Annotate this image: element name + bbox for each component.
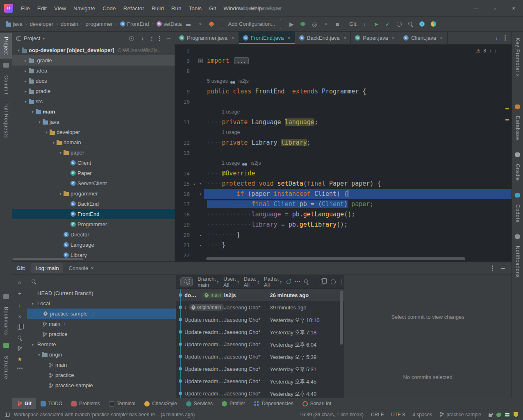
paths-filter[interactable]: Paths: All▴▾ <box>264 276 282 288</box>
git-push-icon[interactable]: ➤ <box>371 19 382 29</box>
stop-icon[interactable]: ■ <box>332 19 343 29</box>
tool-window-button-sonarlint[interactable]: SonarLint <box>298 398 336 409</box>
menu-run[interactable]: Run <box>168 3 185 14</box>
code-line[interactable]: 3+import ... <box>175 56 512 66</box>
leaf-icon[interactable] <box>496 413 501 417</box>
sidebar-item-pull-requests[interactable]: Pull Requests <box>0 99 12 142</box>
code-text[interactable]: ············language = pb.getLanguage(); <box>204 209 512 220</box>
git-tab-console[interactable]: Console× <box>64 263 98 273</box>
code-line[interactable]: 20▴········} <box>175 230 512 240</box>
editor-gutter[interactable]: 18 <box>175 209 204 220</box>
editor-gutter[interactable] <box>175 76 204 86</box>
minimize-button[interactable]: – <box>466 0 485 16</box>
usages-hint[interactable]: 5 usages <box>207 76 228 86</box>
code-line[interactable]: 9public class FrontEnd extends Programme… <box>175 86 512 97</box>
editor-gutter[interactable]: 13 <box>175 148 204 158</box>
layout-icon[interactable] <box>5 413 10 417</box>
breadcrumb-item-java[interactable]: java <box>5 21 23 27</box>
author-hint[interactable]: is2js <box>239 76 249 86</box>
editor-gutter[interactable] <box>175 107 204 117</box>
inlay-hint-row[interactable]: 1 usage <box>175 127 512 138</box>
coverage-icon[interactable]: ◎ <box>309 19 320 29</box>
branch-ref-chip[interactable]: main <box>202 292 224 298</box>
more-icon[interactable] <box>19 368 20 369</box>
commit-row[interactable]: docs(reamde): updatemainis2js26 minutes … <box>176 289 344 301</box>
menu-file[interactable]: File <box>17 3 34 14</box>
locate-file-icon[interactable] <box>129 36 134 41</box>
checkout-icon[interactable] <box>17 346 22 351</box>
diff-preview-icon[interactable] <box>321 279 325 284</box>
inlay-hint[interactable]: 5 usagesis2js <box>204 76 512 86</box>
menu-navigate[interactable]: Navigate <box>70 3 99 14</box>
code-line[interactable]: 21▴····} <box>175 240 512 250</box>
sidebar-item-database[interactable]: Database <box>512 112 523 144</box>
editor-gutter[interactable] <box>175 158 204 168</box>
chevron-icon[interactable]: ▾ <box>30 343 36 347</box>
editor-gutter[interactable]: 22 <box>175 250 204 261</box>
close-icon[interactable]: × <box>288 35 291 41</box>
inlay-hint-row[interactable]: 5 usagesis2js <box>175 76 512 86</box>
breadcrumb-item-domain[interactable]: domain <box>60 21 79 27</box>
editor-gutter[interactable]: 19 <box>175 220 204 230</box>
chevron-down-icon[interactable]: ▾ <box>43 36 45 41</box>
tree-item-oop-developer-object-developer-[interactable]: ▾oop-developer [object_developer]C:₩User… <box>12 45 175 55</box>
code-text[interactable]: ····@Override <box>204 168 512 179</box>
chevron-icon[interactable]: ▾ <box>36 353 42 357</box>
override-marker-icon[interactable]: ★ <box>193 182 195 186</box>
more-icon[interactable] <box>297 281 298 282</box>
user-filter[interactable]: User: All▴▾ <box>223 276 239 288</box>
search-everywhere-icon[interactable] <box>405 19 416 29</box>
tool-window-button-services[interactable]: Services <box>182 398 217 409</box>
branch-search-field[interactable] <box>27 275 176 288</box>
tree-item-main[interactable]: ▾main <box>12 107 175 117</box>
fold-end-icon[interactable]: ▴ <box>200 240 202 250</box>
git-commit-checks-icon[interactable]: ✓ <box>382 19 393 29</box>
tree-item-java[interactable]: ▾java <box>12 117 175 127</box>
tool-window-button-profiler[interactable]: Profiler <box>217 398 250 409</box>
go-to-hash-icon[interactable] <box>304 279 309 284</box>
chevron-icon[interactable]: ▸ <box>23 59 29 63</box>
breadcrumb-item-developer[interactable]: developer <box>29 21 54 27</box>
close-icon[interactable]: × <box>343 35 347 41</box>
menu-build[interactable]: Build <box>148 3 168 14</box>
editor-gutter[interactable]: 8 <box>175 66 204 76</box>
commit-list-scrollbar[interactable] <box>340 291 343 345</box>
editor-gutter[interactable]: 15★▾ <box>175 179 204 189</box>
editor-gutter[interactable]: 16▾ <box>175 189 204 199</box>
git-update-icon[interactable]: ↓ <box>359 19 370 29</box>
date-filter[interactable]: Date: All▴▾ <box>243 276 259 288</box>
chevron-icon[interactable]: ▾ <box>30 110 36 114</box>
editor-horizontal-scrollbar[interactable] <box>206 257 465 260</box>
tool-window-button-terminal[interactable]: Terminal <box>105 398 140 409</box>
editor-gutter[interactable]: 2 <box>175 45 204 56</box>
usages-hint[interactable]: 1 usage <box>222 107 240 117</box>
hide-panel-icon[interactable]: ─ <box>501 265 505 271</box>
history-icon[interactable] <box>394 19 405 29</box>
tree-item-client[interactable]: CClient <box>12 158 175 168</box>
menu-refactor[interactable]: Refactor <box>120 3 148 14</box>
editor-tab-paper-java[interactable]: CPaper.java× <box>351 32 399 44</box>
code-line[interactable]: 18············language = pb.getLanguage(… <box>175 209 512 220</box>
code-with-me-users-icon[interactable] <box>183 19 194 29</box>
line-ending-widget[interactable]: CRLF <box>371 412 384 418</box>
editor-gutter[interactable]: 12 <box>175 138 204 148</box>
branch-item-remote[interactable]: ▾Remote <box>27 339 176 350</box>
commit-row[interactable]: Update readme.mdJaeseong Cho*Yesterday 오… <box>176 350 344 363</box>
inlay-hint[interactable]: 1 usage <box>204 107 512 117</box>
encoding-widget[interactable]: UTF-8 <box>391 412 405 418</box>
tree-item-docs[interactable]: ▸docs <box>12 76 175 86</box>
branches-icon[interactable]: ⌂ <box>18 279 21 285</box>
tree-item-serverclient[interactable]: CServerClient <box>12 178 175 188</box>
fold-collapse-icon[interactable]: ▾ <box>200 189 202 199</box>
close-button[interactable]: × <box>504 0 523 16</box>
commit-row[interactable]: Update readme.origin/mainJaeseong Cho*39… <box>176 301 344 313</box>
fold-end-icon[interactable]: ▴ <box>200 230 202 240</box>
inlay-hint[interactable]: 1 usage <box>204 127 512 138</box>
close-icon[interactable]: × <box>91 265 94 271</box>
close-icon[interactable]: × <box>231 35 234 41</box>
code-text[interactable]: ········} <box>204 230 512 240</box>
menu-edit[interactable]: Edit <box>34 3 50 14</box>
code-line[interactable]: 16▾········if (paper instanceof Client) … <box>175 189 512 199</box>
code-text[interactable]: ····private Language language; <box>204 117 512 127</box>
project-panel-title[interactable]: Project <box>24 35 40 41</box>
